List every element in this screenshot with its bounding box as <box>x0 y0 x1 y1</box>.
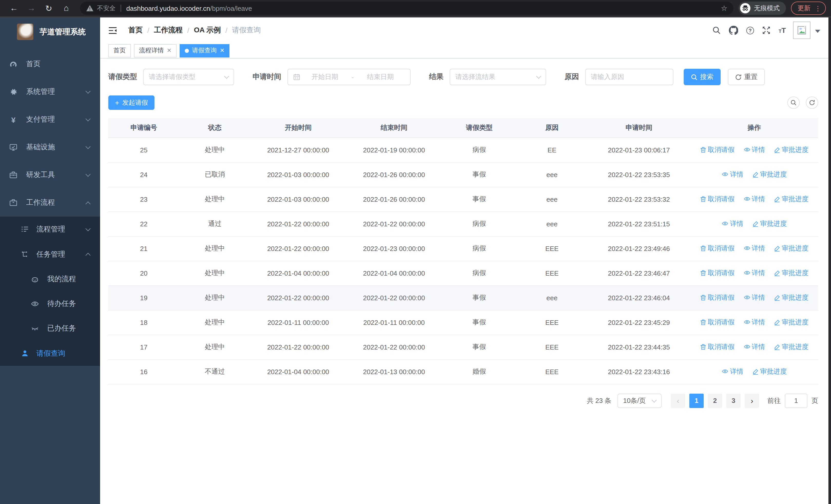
cancel-leave-link[interactable]: 取消请假 <box>700 293 735 302</box>
col-apply-time: 申请时间 <box>588 118 690 138</box>
cell-status: 处理中 <box>179 285 251 310</box>
collapse-sidebar-icon[interactable] <box>108 26 117 34</box>
cancel-leave-link[interactable]: 取消请假 <box>700 269 735 278</box>
tab-process-detail[interactable]: 流程详情 ✕ <box>134 44 177 57</box>
page-button-1[interactable]: 1 <box>689 393 704 408</box>
cell-apply-time: 2022-01-22 23:49:46 <box>588 236 690 261</box>
cell-actions: 取消请假 详情 审批进度 <box>690 138 818 162</box>
security-label[interactable]: 不安全 <box>97 4 115 12</box>
cell-actions: 取消请假 详情 审批进度 <box>690 310 818 335</box>
url-text[interactable]: dashboard.yudao.iocoder.cn/bpm/oa/leave <box>126 4 717 12</box>
refresh-icon <box>735 73 742 80</box>
search-button[interactable]: 搜索 <box>684 69 721 85</box>
date-range-picker[interactable]: 开始日期 - 结束日期 <box>287 69 411 85</box>
cell-actions: 取消请假 详情 审批进度 <box>690 285 818 310</box>
reset-button[interactable]: 重置 <box>728 69 765 85</box>
window-scrollbar[interactable] <box>828 18 831 504</box>
detail-link[interactable]: 详情 <box>744 195 765 204</box>
cell-status: 通过 <box>179 211 251 236</box>
cell-reason: eee <box>516 162 588 187</box>
browser-home-icon[interactable]: ⌂ <box>60 2 73 15</box>
cancel-leave-link[interactable]: 取消请假 <box>700 318 735 327</box>
content: 请假类型 请选择请假类型 申请时间 开始日期 <box>100 59 828 504</box>
reason-input[interactable]: 请输入原因 <box>585 69 674 85</box>
cell-start-time: 2022-01-22 00:00:00 <box>250 236 346 261</box>
prev-page-button[interactable]: ‹ <box>671 393 685 408</box>
close-icon[interactable]: ✕ <box>220 47 224 54</box>
tab-leave-query[interactable]: 请假查询 ✕ <box>180 44 229 57</box>
close-icon[interactable]: ✕ <box>167 47 171 54</box>
page-size-select[interactable]: 10条/页 <box>618 393 662 408</box>
cancel-leave-link[interactable]: 取消请假 <box>700 195 735 204</box>
cell-status: 处理中 <box>179 261 251 285</box>
page-button-3[interactable]: 3 <box>726 393 741 408</box>
help-icon[interactable]: ? <box>746 26 754 34</box>
table-refresh-button[interactable] <box>806 96 818 109</box>
approval-progress-link[interactable]: 审批进度 <box>752 219 787 229</box>
bookmark-star-icon[interactable]: ☆ <box>721 4 727 12</box>
sidebar-item-todo-tasks[interactable]: 待办任务 <box>0 292 100 316</box>
sidebar-item-leave-query[interactable]: 请假查询 <box>0 341 100 366</box>
browser-update-button[interactable]: 更新 ⋮ <box>791 2 826 15</box>
avatar-caret-icon[interactable] <box>815 30 820 33</box>
sidebar-item-payment[interactable]: ¥ 支付管理 <box>0 106 100 134</box>
cancel-leave-link[interactable]: 取消请假 <box>700 146 735 155</box>
sidebar-item-system[interactable]: 系统管理 <box>0 78 100 106</box>
detail-link[interactable]: 详情 <box>744 342 765 352</box>
col-start-time: 开始时间 <box>250 118 346 138</box>
tab-home[interactable]: 首页 <box>108 44 131 57</box>
table-search-toggle-button[interactable] <box>787 96 800 109</box>
github-icon[interactable] <box>729 26 738 35</box>
detail-link[interactable]: 详情 <box>722 219 743 228</box>
approval-progress-link[interactable]: 审批进度 <box>774 343 808 352</box>
detail-link[interactable]: 详情 <box>744 268 765 278</box>
approval-progress-link[interactable]: 审批进度 <box>774 318 808 327</box>
address-bar[interactable]: 不安全 dashboard.yudao.iocoder.cn/bpm/oa/le… <box>80 2 734 15</box>
detail-link[interactable]: 详情 <box>722 367 743 376</box>
approval-progress-link[interactable]: 审批进度 <box>752 367 787 377</box>
sidebar-item-infra[interactable]: 基础设施 <box>0 134 100 161</box>
browser-reload-icon[interactable]: ↻ <box>42 2 55 15</box>
browser-forward-icon[interactable]: → <box>25 2 38 15</box>
search-icon[interactable] <box>712 26 721 34</box>
breadcrumb-workflow[interactable]: 工作流程 <box>154 26 183 35</box>
approval-progress-link[interactable]: 审批进度 <box>774 195 808 204</box>
create-leave-button[interactable]: + 发起请假 <box>108 95 154 110</box>
detail-link[interactable]: 详情 <box>744 318 765 327</box>
font-size-icon[interactable]: TT <box>779 27 786 34</box>
browser-back-icon[interactable]: ← <box>7 2 21 15</box>
avatar[interactable] <box>793 22 810 39</box>
breadcrumb-oa-demo[interactable]: OA 示例 <box>194 26 221 35</box>
col-leave-type: 请假类型 <box>442 118 516 138</box>
browser-menu-icon[interactable]: ⋮ <box>814 4 821 12</box>
cancel-leave-link[interactable]: 取消请假 <box>700 244 735 253</box>
fullscreen-icon[interactable] <box>762 26 770 34</box>
goto-page-input[interactable]: 1 <box>785 393 807 408</box>
start-date-input[interactable]: 开始日期 <box>300 72 349 82</box>
result-select[interactable]: 请选择流结果 <box>450 69 546 85</box>
sidebar-item-workflow[interactable]: 工作流程 <box>0 189 100 216</box>
next-page-button[interactable]: › <box>745 393 759 408</box>
sidebar-item-process-mgmt[interactable]: 流程管理 <box>0 216 100 242</box>
sidebar-item-task-mgmt[interactable]: 任务管理 <box>0 242 100 267</box>
cancel-leave-link[interactable]: 取消请假 <box>700 343 735 352</box>
end-date-input[interactable]: 结束日期 <box>356 72 405 82</box>
sidebar-item-done-tasks[interactable]: 已办任务 <box>0 316 100 341</box>
detail-link[interactable]: 详情 <box>744 244 765 253</box>
cell-start-time: 2022-01-22 00:00:00 <box>250 211 346 236</box>
detail-link[interactable]: 详情 <box>744 145 765 154</box>
approval-progress-link[interactable]: 审批进度 <box>752 170 787 179</box>
detail-link[interactable]: 详情 <box>744 293 765 302</box>
breadcrumb-home[interactable]: 首页 <box>128 26 143 35</box>
sidebar-item-devtools[interactable]: 研发工具 <box>0 161 100 189</box>
page-button-2[interactable]: 2 <box>708 393 722 408</box>
cell-end-time: 2022-01-22 00:00:00 <box>346 211 442 236</box>
detail-link[interactable]: 详情 <box>722 170 743 179</box>
approval-progress-link[interactable]: 审批进度 <box>774 269 808 278</box>
approval-progress-link[interactable]: 审批进度 <box>774 293 808 302</box>
approval-progress-link[interactable]: 审批进度 <box>774 244 808 253</box>
approval-progress-link[interactable]: 审批进度 <box>774 146 808 155</box>
leave-type-select[interactable]: 请选择请假类型 <box>143 69 234 85</box>
sidebar-item-home[interactable]: 首页 <box>0 50 100 78</box>
sidebar-item-my-process[interactable]: 我的流程 <box>0 267 100 292</box>
